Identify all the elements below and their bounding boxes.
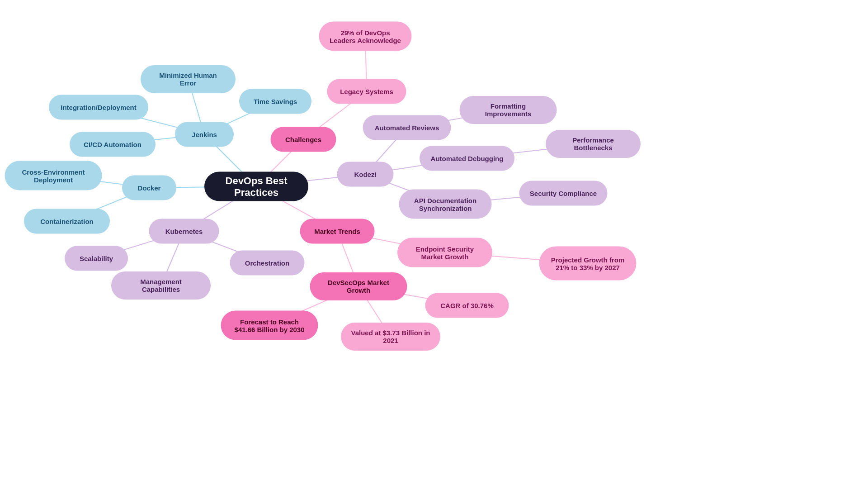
node-orchestration: Orchestration <box>230 251 305 276</box>
node-scalability: Scalability <box>65 246 128 271</box>
node-performance-bottlenecks: Performance Bottlenecks <box>546 130 641 158</box>
node-kodezi: Kodezi <box>337 162 394 187</box>
node-valued: Valued at $3.73 Billion in 2021 <box>341 323 440 351</box>
node-29-percent: 29% of DevOps Leaders Acknowledge <box>319 22 412 51</box>
node-kubernetes: Kubernetes <box>149 219 219 244</box>
node-forecast: Forecast to Reach $41.66 Billion by 2030 <box>221 311 318 340</box>
node-automated-reviews: Automated Reviews <box>363 115 451 140</box>
node-minimized-human-error: Minimized Human Error <box>141 65 236 93</box>
node-security-compliance: Security Compliance <box>519 181 608 206</box>
center-node: DevOps Best Practices <box>204 172 308 201</box>
node-challenges: Challenges <box>271 127 336 152</box>
mindmap-canvas: DevOps Best PracticesJenkinsMinimized Hu… <box>0 0 868 490</box>
node-market-trends: Market Trends <box>300 219 375 244</box>
node-api-doc-sync: API Documentation Synchronization <box>399 190 492 219</box>
node-time-savings: Time Savings <box>239 89 311 114</box>
node-devsecops-growth: DevSecOps Market Growth <box>310 272 407 300</box>
node-legacy-systems: Legacy Systems <box>327 79 406 104</box>
node-containerization: Containerization <box>24 209 110 234</box>
node-management-capabilities: Management Capabilities <box>111 271 211 300</box>
node-automated-debugging: Automated Debugging <box>420 146 514 171</box>
node-cicd-automation: CI/CD Automation <box>70 132 156 157</box>
node-cross-env-deployment: Cross-Environment Deployment <box>5 161 102 190</box>
node-endpoint-security: Endpoint Security Market Growth <box>397 238 492 267</box>
node-integration-deployment: Integration/Deployment <box>49 95 148 120</box>
node-cagr: CAGR of 30.76% <box>425 293 509 318</box>
node-docker: Docker <box>122 176 176 200</box>
node-jenkins: Jenkins <box>175 122 234 147</box>
node-projected-growth: Projected Growth from 21% to 33% by 2027 <box>539 247 637 281</box>
node-formatting-improvements: Formatting Improvements <box>460 96 557 124</box>
